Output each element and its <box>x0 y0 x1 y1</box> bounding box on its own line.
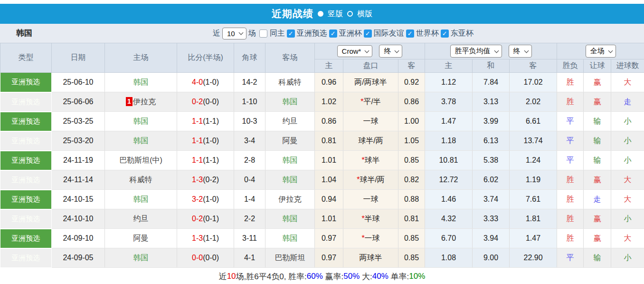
horizontal-layout-label[interactable]: 横版 <box>357 9 372 19</box>
cell-euro-home: 1.12 <box>425 73 473 92</box>
cell-result-handicap: 输 <box>584 151 611 170</box>
cell-home-team: 约旦 <box>105 209 177 229</box>
vertical-layout-radio[interactable] <box>318 11 323 17</box>
competition-checkbox[interactable]: ✓ <box>329 29 337 38</box>
euro-home-odds: 4.32 <box>441 215 456 223</box>
summary-segment: 50% <box>343 272 360 281</box>
cell-asian-home-odds: 0.97 <box>315 229 343 248</box>
europe-odds-select[interactable]: 胜平负均值 <box>450 45 502 58</box>
cell-result-goals: 走 <box>611 92 644 112</box>
date-label: 24-11-19 <box>63 156 93 164</box>
halftime-score: (1-1) <box>203 156 219 164</box>
competition-label[interactable]: 国际友谊 <box>374 29 404 39</box>
chevron-down-icon <box>395 48 399 53</box>
col-header-asian-home: 主 <box>315 59 343 73</box>
halftime-score: (0-0) <box>203 98 219 106</box>
cell-euro-home: 3.78 <box>425 92 473 112</box>
match-count-select[interactable]: 10 <box>222 28 246 39</box>
competition-label[interactable]: 东亚杯 <box>451 29 474 39</box>
competition-checkbox[interactable]: ✓ <box>364 29 372 38</box>
cell-result-goals: 小 <box>611 248 644 268</box>
date-label: 24-10-10 <box>63 215 93 223</box>
chevron-down-icon <box>608 48 613 53</box>
euro-away-odds: 1.47 <box>526 234 540 242</box>
handicap-line: 球半/两 <box>360 176 384 184</box>
table-row: 亚洲预选25-06-061伊拉克0-2(0-0)1-10韩国1.02*平/半0.… <box>0 92 644 112</box>
cell-date: 24-10-10 <box>52 209 105 229</box>
euro-away-odds: 22.90 <box>523 254 542 262</box>
type-label: 亚洲预选 <box>11 234 40 242</box>
odds-time-select[interactable]: 终 <box>379 45 402 58</box>
competition-label[interactable]: 亚洲杯 <box>339 29 362 39</box>
cell-handicap: *平/半 <box>343 92 398 112</box>
cell-result-wdl: 胜 <box>557 229 584 248</box>
cell-asian-away-odds: 1.05 <box>398 131 425 151</box>
horizontal-layout-radio[interactable] <box>347 11 353 17</box>
euro-home-odds: 12.72 <box>439 176 458 184</box>
cell-euro-away: 1.24 <box>510 151 557 170</box>
cell-result-handicap: 输 <box>584 131 611 151</box>
euro-draw-odds: 3.99 <box>483 117 498 125</box>
cell-euro-home: 12.72 <box>425 170 473 190</box>
result-wdl: 平 <box>567 137 574 145</box>
competition-label[interactable]: 世界杯 <box>416 29 439 39</box>
table-row: 亚洲预选24-10-10约旦0-2(0-1)2-2韩国1.01*半球0.814.… <box>0 209 644 229</box>
home-team-name: 韩国 <box>133 117 149 125</box>
cell-euro-draw: 7.84 <box>473 73 510 92</box>
home-team-name: 阿曼 <box>133 234 149 242</box>
odds-company-select[interactable]: Crow* <box>337 45 373 57</box>
cell-euro-away: 7.61 <box>510 190 557 209</box>
asian-away-odds: 0.85 <box>404 234 419 242</box>
cell-corner: 0-4 <box>234 170 265 190</box>
cell-score: 0-0(0-0) <box>177 248 234 268</box>
table-row: 亚洲预选24-11-19巴勒斯坦(中)1-1(1-1)2-8韩国1.01*球半0… <box>0 151 644 170</box>
same-home-label[interactable]: 同主 <box>270 29 285 39</box>
handicap-line: 半球 <box>365 215 380 223</box>
home-team-name: 韩国 <box>133 254 149 262</box>
cell-euro-home: 1.46 <box>425 190 473 209</box>
cell-euro-draw: 3.33 <box>473 209 510 229</box>
asian-home-odds: 1.02 <box>322 98 336 106</box>
cell-euro-home: 10.81 <box>425 151 473 170</box>
halftime-score: (0-0) <box>203 254 219 262</box>
same-home-checkbox[interactable] <box>259 29 267 38</box>
cell-competition-type: 亚洲预选 <box>0 92 52 112</box>
asian-away-odds: 0.92 <box>404 78 419 86</box>
cell-result-handicap: 赢 <box>584 229 611 248</box>
table-row: 亚洲预选25-03-25韩国1-1(1-1)10-3约旦0.86一球1.001.… <box>0 112 644 131</box>
asian-home-odds: 1.01 <box>322 156 336 164</box>
competition-checkbox[interactable]: ✓ <box>441 29 449 38</box>
summary-segment: 场,胜6平4负0, 胜率: <box>236 271 307 282</box>
result-handicap: 赢 <box>594 78 601 86</box>
away-team-name: 约旦 <box>283 117 298 125</box>
goals-scope-select[interactable]: 全场 <box>586 45 616 58</box>
cell-euro-away: 6.61 <box>510 112 557 131</box>
cell-away-team: 科威特 <box>265 73 315 92</box>
cell-handicap: 球半/两 <box>343 131 398 151</box>
vertical-layout-label[interactable]: 竖版 <box>328 9 343 19</box>
europe-time-select[interactable]: 终 <box>509 45 532 58</box>
competition-checkbox[interactable]: ✓ <box>287 29 295 38</box>
competition-checkbox[interactable]: ✓ <box>406 29 414 38</box>
cell-euro-away: 1.81 <box>510 209 557 229</box>
cell-euro-home: 1.47 <box>425 112 473 131</box>
cell-result-wdl: 平 <box>557 131 584 151</box>
halftime-score: (1-1) <box>203 117 219 125</box>
cell-corner: 3-4 <box>234 131 265 151</box>
result-handicap: 输 <box>594 254 601 262</box>
euro-home-odds: 1.18 <box>441 137 456 145</box>
cell-handicap: 一球 <box>343 190 398 209</box>
cell-euro-home: 1.18 <box>425 131 473 151</box>
col-header-away: 客场 <box>265 43 315 73</box>
cell-result-wdl: 平 <box>557 112 584 131</box>
cell-result-handicap: 赢 <box>584 209 611 229</box>
result-goals: 大 <box>624 176 632 184</box>
competition-label[interactable]: 亚洲预选 <box>297 29 327 39</box>
cell-date: 25-06-10 <box>52 73 105 92</box>
cell-result-goals: 小 <box>611 209 644 229</box>
result-wdl: 胜 <box>567 176 574 184</box>
corner-score: 0-4 <box>244 176 255 184</box>
result-wdl: 平 <box>567 156 574 164</box>
fulltime-score: 3-2 <box>192 195 203 203</box>
handicap-line: 一球 <box>365 234 380 242</box>
